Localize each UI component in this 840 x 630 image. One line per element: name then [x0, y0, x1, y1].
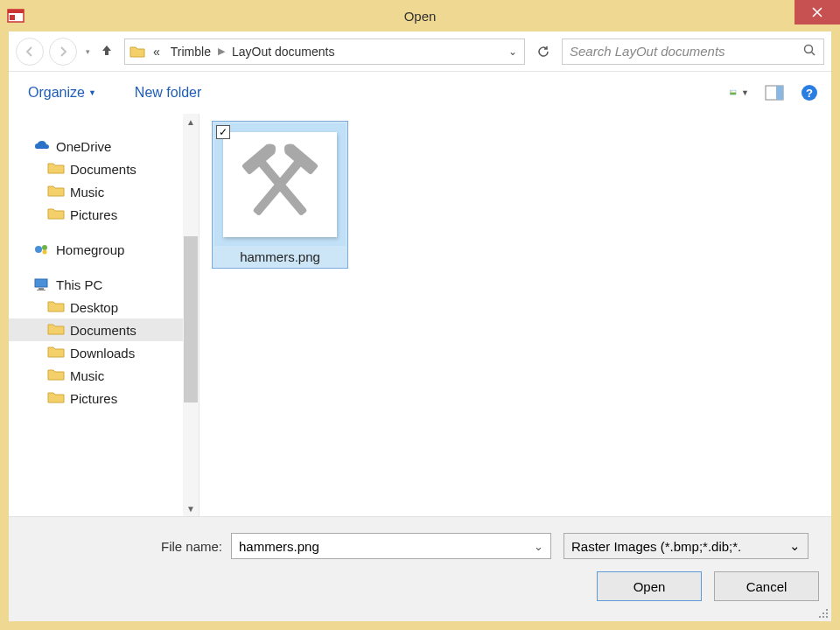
- svg-rect-26: [826, 616, 828, 618]
- svg-point-3: [805, 46, 813, 53]
- svg-rect-5: [730, 93, 736, 94]
- sidebar-item-music-pc[interactable]: Music: [9, 364, 199, 387]
- chevron-down-icon[interactable]: ⌄: [534, 540, 543, 553]
- scroll-down-icon[interactable]: ▼: [183, 500, 199, 516]
- svg-rect-24: [819, 616, 821, 618]
- breadcrumb-item[interactable]: LayOut documents: [228, 43, 339, 60]
- filter-label: Raster Images (*.bmp;*.dib;*.: [571, 539, 741, 554]
- sidebar-item-this-pc[interactable]: This PC: [9, 273, 199, 296]
- svg-text:?: ?: [806, 87, 813, 100]
- sidebar-item-label: Pictures: [70, 207, 117, 222]
- sidebar-item-label: Documents: [70, 323, 136, 338]
- resize-grip[interactable]: [817, 607, 830, 620]
- file-type-filter[interactable]: Raster Images (*.bmp;*.dib;*. ⌄: [564, 533, 808, 559]
- up-button[interactable]: [98, 43, 116, 60]
- breadcrumb-item[interactable]: Trimble: [167, 43, 214, 60]
- open-button[interactable]: Open: [597, 571, 702, 601]
- organize-label: Organize: [28, 85, 85, 101]
- view-mode-button[interactable]: ▼: [730, 83, 749, 102]
- svg-point-13: [43, 250, 47, 255]
- folder-icon: [47, 299, 65, 315]
- file-checkbox[interactable]: ✓: [216, 125, 230, 139]
- sidebar-item-label: Homegroup: [56, 242, 124, 257]
- address-dropdown-icon[interactable]: ⌄: [508, 46, 521, 58]
- file-thumbnail: [223, 132, 337, 237]
- dialog-body: ▾ « Trimble ▶ LayOut documents ⌄ Organiz…: [9, 32, 831, 621]
- sidebar-item-desktop[interactable]: Desktop: [9, 296, 199, 318]
- forward-button[interactable]: [49, 38, 77, 66]
- sidebar-item-pictures[interactable]: Pictures: [9, 203, 199, 226]
- folder-icon: [47, 206, 65, 222]
- sidebar-item-label: Desktop: [70, 300, 118, 315]
- chevron-down-icon: ▼: [741, 88, 749, 97]
- address-bar[interactable]: « Trimble ▶ LayOut documents ⌄: [124, 38, 525, 65]
- sidebar-item-downloads[interactable]: Downloads: [9, 341, 199, 364]
- homegroup-icon: [33, 242, 51, 257]
- svg-rect-16: [37, 290, 46, 290]
- svg-rect-14: [35, 279, 47, 287]
- history-dropdown[interactable]: ▾: [82, 47, 93, 56]
- onedrive-icon: [33, 138, 51, 154]
- scroll-up-icon[interactable]: ▲: [183, 114, 199, 130]
- folder-icon: [47, 161, 65, 177]
- navbar: ▾ « Trimble ▶ LayOut documents ⌄: [9, 32, 831, 72]
- folder-icon: [47, 322, 65, 338]
- svg-rect-23: [826, 612, 828, 614]
- new-folder-button[interactable]: New folder: [128, 81, 208, 104]
- folder-icon: [47, 345, 65, 360]
- window-title: Open: [0, 9, 840, 24]
- chevron-down-icon[interactable]: ⌄: [789, 538, 801, 554]
- folder-icon: [47, 390, 65, 406]
- file-item[interactable]: ✓: [212, 121, 348, 269]
- back-button[interactable]: [16, 38, 44, 66]
- preview-pane-button[interactable]: [765, 83, 784, 102]
- file-thumbnail-wrap: ✓: [214, 123, 346, 246]
- file-name-input[interactable]: hammers.png ⌄: [231, 533, 551, 559]
- sidebar-item-label: OneDrive: [56, 139, 111, 154]
- sidebar-item-label: Music: [70, 368, 104, 383]
- folder-icon: [47, 368, 65, 383]
- file-name-label: File name:: [161, 539, 222, 554]
- sidebar-item-onedrive[interactable]: OneDrive: [9, 135, 199, 158]
- toolbar: Organize ▼ New folder ▼ ?: [9, 72, 831, 114]
- bottom-panel: File name: hammers.png ⌄ Raster Images (…: [9, 516, 831, 621]
- sidebar-item-label: Pictures: [70, 391, 117, 406]
- body-split: OneDrive Documents Music Pictures Homegr…: [9, 114, 831, 516]
- search-input[interactable]: [570, 44, 788, 59]
- chevron-right-icon: ▶: [218, 46, 225, 57]
- svg-rect-8: [776, 86, 783, 100]
- search-box[interactable]: [562, 38, 824, 65]
- cancel-button[interactable]: Cancel: [714, 571, 819, 601]
- folder-icon: [129, 43, 146, 60]
- svg-point-12: [42, 245, 47, 250]
- titlebar: Open: [0, 0, 840, 32]
- sidebar-item-homegroup[interactable]: Homegroup: [9, 238, 199, 261]
- svg-rect-21: [826, 609, 828, 611]
- scroll-thumb[interactable]: [184, 236, 198, 402]
- chevron-down-icon: ▼: [88, 88, 96, 97]
- refresh-button[interactable]: [530, 38, 556, 65]
- sidebar-item-label: Documents: [70, 162, 136, 177]
- sidebar-item-label: Downloads: [70, 346, 135, 360]
- content-area[interactable]: ✓: [200, 114, 831, 516]
- sidebar-item-documents[interactable]: Documents: [9, 158, 199, 180]
- new-folder-label: New folder: [135, 85, 201, 101]
- help-button[interactable]: ?: [800, 83, 819, 102]
- sidebar-item-documents-pc[interactable]: Documents: [9, 318, 199, 341]
- sidebar-item-music[interactable]: Music: [9, 180, 199, 203]
- svg-rect-15: [38, 288, 44, 290]
- sidebar-item-pictures-pc[interactable]: Pictures: [9, 387, 199, 410]
- svg-point-6: [731, 91, 732, 92]
- close-button[interactable]: [794, 0, 840, 24]
- organize-menu[interactable]: Organize ▼: [21, 81, 103, 104]
- file-name-label: hammers.png: [214, 246, 346, 266]
- svg-point-11: [35, 246, 42, 253]
- sidebar-scrollbar[interactable]: ▲ ▼: [183, 114, 199, 516]
- search-icon[interactable]: [802, 43, 816, 60]
- cancel-button-label: Cancel: [746, 579, 788, 594]
- open-button-label: Open: [634, 579, 666, 594]
- sidebar-item-label: Music: [70, 185, 104, 200]
- computer-icon: [33, 276, 51, 292]
- sidebar: OneDrive Documents Music Pictures Homegr…: [9, 114, 200, 516]
- file-name-value: hammers.png: [239, 539, 319, 554]
